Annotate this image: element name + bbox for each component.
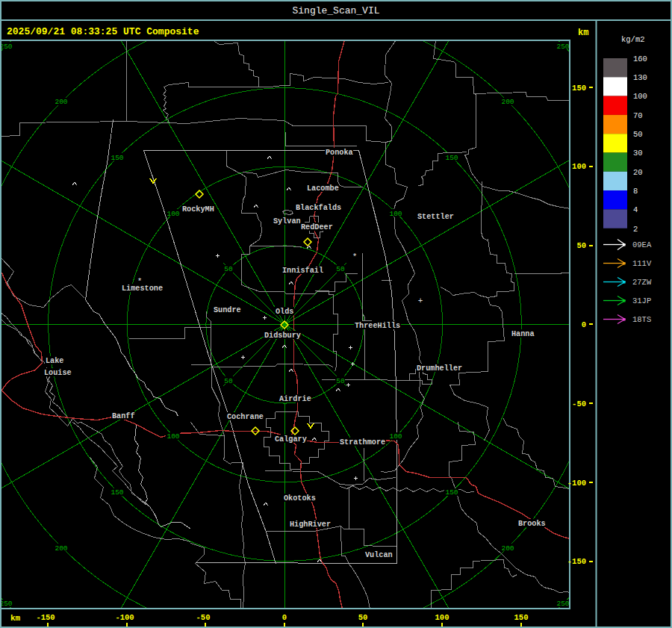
svg-text:200: 200 bbox=[55, 98, 67, 106]
svg-text:250: 250 bbox=[0, 43, 13, 51]
svg-text:Airdrie: Airdrie bbox=[279, 395, 311, 403]
svg-text:100: 100 bbox=[435, 613, 449, 622]
svg-text:27ZW: 27ZW bbox=[632, 278, 652, 287]
svg-text:09EA: 09EA bbox=[632, 240, 652, 249]
svg-text:Ponoka: Ponoka bbox=[326, 149, 353, 157]
svg-text:250: 250 bbox=[0, 600, 13, 608]
svg-text:111V: 111V bbox=[632, 259, 652, 268]
svg-text:150: 150 bbox=[111, 488, 123, 497]
svg-text:20: 20 bbox=[633, 168, 643, 177]
svg-text:150: 150 bbox=[445, 154, 458, 162]
svg-text:Strathmore: Strathmore bbox=[340, 438, 385, 447]
svg-text:150: 150 bbox=[445, 488, 458, 497]
svg-text:50: 50 bbox=[224, 377, 233, 385]
svg-text:250: 250 bbox=[556, 43, 569, 51]
svg-text:-50: -50 bbox=[196, 613, 211, 622]
svg-text:70: 70 bbox=[633, 111, 643, 120]
svg-text:30: 30 bbox=[633, 149, 643, 158]
svg-text:50: 50 bbox=[633, 130, 643, 139]
svg-text:HighRiver: HighRiver bbox=[290, 520, 331, 529]
svg-text:100: 100 bbox=[167, 210, 179, 218]
svg-text:Lacombe: Lacombe bbox=[307, 184, 339, 193]
svg-text:250: 250 bbox=[556, 600, 569, 608]
svg-text:0: 0 bbox=[282, 613, 287, 622]
svg-text:-150: -150 bbox=[567, 557, 586, 566]
svg-text:RedDeer: RedDeer bbox=[301, 223, 333, 231]
svg-text:200: 200 bbox=[55, 544, 67, 553]
svg-text:-150: -150 bbox=[36, 613, 55, 622]
svg-text:Banff: Banff bbox=[112, 412, 135, 420]
svg-text:0: 0 bbox=[582, 320, 586, 329]
svg-text:50: 50 bbox=[336, 265, 345, 273]
svg-text:km: km bbox=[578, 28, 588, 38]
svg-text:Blackfalds: Blackfalds bbox=[296, 204, 341, 212]
svg-text:50: 50 bbox=[358, 613, 368, 622]
svg-text:2: 2 bbox=[633, 225, 638, 234]
svg-text:Vulcan: Vulcan bbox=[365, 551, 393, 559]
svg-text:100: 100 bbox=[633, 92, 647, 101]
svg-text:kg/m2: kg/m2 bbox=[621, 35, 645, 44]
svg-text:Calgary: Calgary bbox=[275, 435, 307, 444]
svg-text:ThreeHills: ThreeHills bbox=[355, 322, 400, 330]
svg-text:Louise: Louise bbox=[44, 369, 72, 377]
svg-text:31JP: 31JP bbox=[632, 296, 651, 305]
svg-text:50: 50 bbox=[224, 265, 233, 273]
svg-text:Sylvan: Sylvan bbox=[273, 217, 301, 226]
svg-text:Olds: Olds bbox=[276, 308, 293, 316]
svg-text:-100: -100 bbox=[567, 479, 586, 488]
svg-text:100: 100 bbox=[572, 162, 586, 171]
svg-text:150: 150 bbox=[572, 84, 586, 93]
svg-text:18TS: 18TS bbox=[632, 315, 651, 324]
svg-text:4: 4 bbox=[633, 205, 638, 214]
svg-text:100: 100 bbox=[389, 210, 402, 218]
svg-text:Okotoks: Okotoks bbox=[284, 494, 316, 503]
svg-text:Didsbury: Didsbury bbox=[264, 332, 301, 340]
svg-text:-100: -100 bbox=[115, 613, 134, 622]
svg-text:*: * bbox=[137, 277, 143, 286]
svg-text:Innisfail: Innisfail bbox=[282, 267, 323, 275]
svg-text:200: 200 bbox=[501, 98, 514, 106]
svg-text:Cochrane: Cochrane bbox=[227, 413, 264, 421]
svg-text:100: 100 bbox=[167, 432, 179, 441]
svg-text:RockyMH: RockyMH bbox=[182, 205, 214, 214]
svg-text:Lake: Lake bbox=[46, 357, 63, 365]
svg-text:150: 150 bbox=[514, 613, 529, 622]
svg-text:Stettler: Stettler bbox=[417, 213, 454, 221]
svg-text:Hanna: Hanna bbox=[511, 330, 535, 338]
svg-text:+: + bbox=[418, 296, 423, 305]
svg-text:160: 160 bbox=[633, 55, 647, 63]
svg-text:*: * bbox=[352, 252, 358, 261]
svg-text:200: 200 bbox=[501, 544, 514, 553]
svg-text:Drumheller: Drumheller bbox=[417, 364, 462, 373]
svg-text:130: 130 bbox=[633, 73, 647, 82]
svg-text:150: 150 bbox=[111, 154, 123, 162]
svg-text:Sundre: Sundre bbox=[214, 306, 241, 314]
svg-text:Limestone: Limestone bbox=[122, 285, 163, 293]
svg-text:50: 50 bbox=[576, 241, 586, 250]
svg-text:8: 8 bbox=[633, 187, 638, 196]
svg-text:2025/09/21 08:33:25 UTC Compo: 2025/09/21 08:33:25 UTC Composite bbox=[7, 26, 199, 37]
svg-text:km: km bbox=[10, 614, 21, 623]
svg-text:Brooks: Brooks bbox=[518, 520, 546, 528]
svg-text:100: 100 bbox=[389, 432, 402, 441]
svg-text:-50: -50 bbox=[572, 400, 586, 408]
svg-text:Single_Scan_VIL: Single_Scan_VIL bbox=[292, 5, 379, 16]
svg-text:50: 50 bbox=[336, 377, 345, 385]
